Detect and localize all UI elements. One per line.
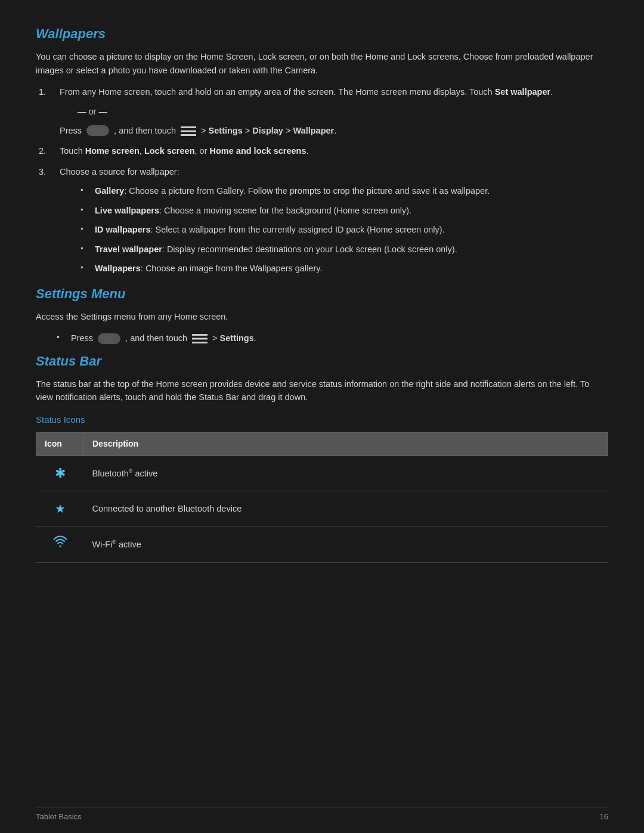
content-area: Wallpapers You can choose a picture to d… (36, 24, 608, 563)
step-2-bold1: Home screen (85, 146, 140, 156)
press-label-1: Press (60, 124, 82, 137)
press-line-1: Press , and then touch > Settings > Disp… (60, 124, 608, 137)
wallpaper-sources: Gallery: Choose a picture from Gallery. … (86, 184, 608, 275)
menu-icon-1 (179, 124, 197, 137)
footer-page-number: 16 (600, 812, 608, 821)
step-2: Touch Home screen, Lock screen, or Home … (54, 144, 608, 157)
settings-menu-intro: Access the Settings menu from any Home s… (36, 310, 608, 323)
settings-menu-section: Settings Menu Access the Settings menu f… (36, 284, 608, 345)
or-divider: — or — (78, 105, 608, 118)
status-bar-intro: The status bar at the top of the Home sc… (36, 377, 608, 404)
bt-connected-desc: Connected to another Bluetooth device (92, 504, 242, 513)
table-row: ★ Connected to another Bluetooth device (36, 491, 608, 526)
source-wallpapers-text: : Choose an image from the Wallpapers ga… (141, 264, 323, 273)
status-icons-table: Icon Description ✱ Bluetooth® active (36, 432, 608, 563)
step-2-bold3: Home and lock screens (210, 146, 306, 156)
svg-rect-4 (192, 338, 208, 340)
wallpapers-intro: You can choose a picture to display on t… (36, 50, 608, 77)
menu-svg-2 (192, 333, 208, 345)
svg-rect-0 (181, 126, 196, 128)
menu-icon-2 (191, 332, 209, 345)
source-id-bold: ID wallpapers (95, 225, 150, 234)
table-header-row: Icon Description (36, 433, 608, 456)
step-3: Choose a source for wallpaper: Gallery: … (54, 165, 608, 275)
source-gallery-bold: Gallery (95, 186, 124, 196)
table-row: Wi-Fi® active (36, 526, 608, 562)
svg-rect-5 (192, 342, 208, 343)
status-icons-heading: Status Icons (36, 413, 608, 426)
then-touch-label-2: , and then touch (125, 332, 187, 345)
table-body: ✱ Bluetooth® active ★ Connected to anoth… (36, 456, 608, 562)
source-gallery-text: : Choose a picture from Gallery. Follow … (124, 186, 490, 196)
step-3-text: Choose a source for wallpaper: (60, 167, 179, 176)
source-wallpapers: Wallpapers: Choose an image from the Wal… (86, 262, 608, 275)
table-row: ✱ Bluetooth® active (36, 456, 608, 491)
desc-cell-bt-connected: Connected to another Bluetooth device (84, 491, 608, 526)
wifi-svg (52, 534, 68, 549)
wallpapers-title: Wallpapers (36, 24, 608, 44)
desc-cell-bluetooth: Bluetooth® active (84, 456, 608, 491)
source-wallpapers-bold: Wallpapers (95, 264, 141, 273)
source-live-text: : Choose a moving scene for the backgrou… (159, 206, 411, 215)
press-label-2: Press (71, 332, 93, 345)
source-travel-bold: Travel wallpaper (95, 244, 162, 254)
menu-svg-1 (181, 125, 196, 137)
desc-cell-wifi: Wi-Fi® active (84, 526, 608, 562)
source-gallery: Gallery: Choose a picture from Gallery. … (86, 184, 608, 197)
svg-rect-2 (181, 134, 196, 136)
settings-press-line: Press , and then touch > Settings. (71, 332, 608, 345)
wallpapers-steps: From any Home screen, touch and hold on … (54, 85, 608, 275)
bluetooth-icon: ✱ (55, 466, 66, 481)
bluetooth-connected-icon: ★ (55, 502, 66, 515)
step-1-bold: Set wallpaper (495, 87, 550, 97)
wifi-desc: Wi-Fi® active (92, 540, 141, 549)
step-2-bold2: Lock screen (144, 146, 195, 156)
step-1: From any Home screen, touch and hold on … (54, 85, 608, 137)
wallpapers-section: Wallpapers You can choose a picture to d… (36, 24, 608, 275)
table-col-description: Description (84, 433, 608, 456)
source-live: Live wallpapers: Choose a moving scene f… (86, 204, 608, 217)
settings-menu-bullets: Press , and then touch > Settings. (63, 332, 608, 345)
settings-path-1: > Settings > Display > Wallpaper. (201, 124, 336, 137)
icon-cell-wifi (36, 526, 84, 562)
table-col-icon: Icon (36, 433, 84, 456)
wifi-icon (52, 537, 68, 552)
status-bar-title: Status Bar (36, 351, 608, 371)
settings-path-2: > Settings. (212, 332, 256, 345)
status-bar-section: Status Bar The status bar at the top of … (36, 351, 608, 563)
table-header: Icon Description (36, 433, 608, 456)
settings-press-item: Press , and then touch > Settings. (63, 332, 608, 345)
icon-cell-bt-connected: ★ (36, 491, 84, 526)
settings-menu-title: Settings Menu (36, 284, 608, 304)
source-id-text: : Select a wallpaper from the currently … (150, 225, 444, 234)
footer-label: Tablet Basics (36, 812, 82, 821)
bluetooth-desc: Bluetooth® active (92, 469, 158, 478)
svg-rect-3 (192, 334, 208, 336)
home-button-icon-1 (86, 125, 109, 136)
then-touch-label-1: , and then touch (114, 124, 176, 137)
home-button-icon-2 (98, 333, 120, 344)
source-travel: Travel wallpaper: Display recommended de… (86, 243, 608, 256)
source-id: ID wallpapers: Select a wallpaper from t… (86, 223, 608, 236)
icon-cell-bluetooth: ✱ (36, 456, 84, 491)
source-travel-text: : Display recommended destinations on yo… (162, 244, 457, 254)
page-footer: Tablet Basics 16 (36, 807, 608, 821)
source-live-bold: Live wallpapers (95, 206, 159, 215)
svg-rect-1 (181, 131, 196, 132)
page-container: Wallpapers You can choose a picture to d… (0, 0, 644, 833)
